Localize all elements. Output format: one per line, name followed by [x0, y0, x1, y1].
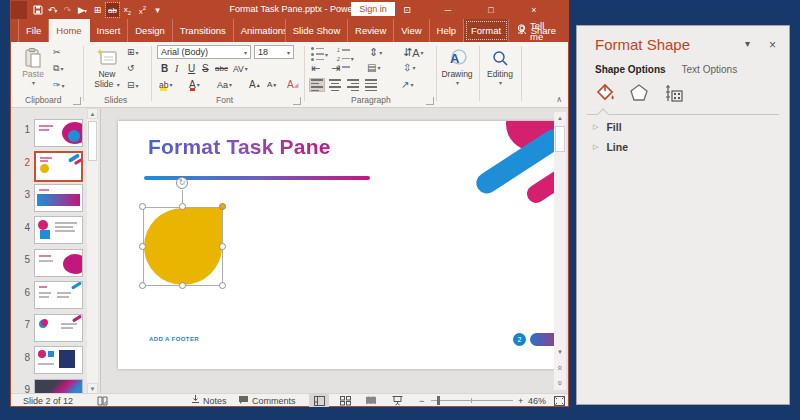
rotate-handle[interactable]: ↻	[176, 177, 188, 189]
zoom-in-icon[interactable]: +	[518, 394, 523, 407]
scrollbar-thumb[interactable]	[88, 121, 97, 161]
subscript-button[interactable]: x2	[121, 3, 134, 17]
superscript-button[interactable]: x2	[136, 3, 149, 17]
notes-button[interactable]: Notes	[191, 394, 227, 407]
tab-animations[interactable]: Animations	[234, 19, 286, 42]
slide-canvas[interactable]: Format Task Pane ↻ ADD A FOOTER 2	[118, 121, 562, 369]
tab-format[interactable]: Format	[464, 19, 509, 42]
proofing-icon[interactable]	[97, 394, 108, 407]
columns-button[interactable]: ▤▾	[367, 62, 380, 73]
tab-help[interactable]: Help	[430, 19, 464, 42]
tab-file[interactable]: File	[18, 19, 49, 42]
text-direction-button[interactable]: ⇵A▾	[403, 46, 424, 59]
tab-shape-options[interactable]: Shape Options	[595, 64, 666, 75]
font-color-button[interactable]: A▾	[189, 78, 200, 91]
handle-bottom-right[interactable]	[219, 282, 226, 289]
normal-view-icon[interactable]	[309, 394, 329, 407]
slide-sorter-view-icon[interactable]	[335, 394, 355, 407]
footer-placeholder[interactable]: ADD A FOOTER	[149, 336, 199, 342]
align-left-button[interactable]	[309, 78, 325, 92]
fill-and-line-icon[interactable]	[593, 82, 615, 104]
pane-close-icon[interactable]: ×	[769, 38, 776, 52]
reading-view-icon[interactable]	[361, 394, 381, 407]
close-button[interactable]: ×	[521, 1, 547, 19]
share-button[interactable]: Share	[517, 19, 556, 42]
clipboard-dialog-launcher[interactable]	[73, 97, 81, 105]
underline-button[interactable]: U	[188, 62, 195, 75]
character-spacing-button[interactable]: AV▾	[233, 62, 248, 75]
effects-pentagon-icon[interactable]	[628, 82, 650, 104]
expand-line-icon[interactable]: ▷	[593, 143, 598, 151]
customize-qat-dropdown[interactable]: ▾	[151, 3, 164, 17]
pane-options-dropdown-icon[interactable]: ▾	[745, 38, 750, 49]
tab-insert[interactable]: Insert	[90, 19, 129, 42]
handle-mid-left[interactable]	[139, 243, 146, 250]
line-section-header[interactable]: ▷ Line	[593, 141, 628, 153]
handle-top-center[interactable]	[179, 203, 186, 210]
convert-to-smartart-button[interactable]: ↗▾	[401, 79, 413, 90]
slide-thumbnail-7[interactable]	[34, 314, 83, 342]
scroll-up-icon[interactable]: ▲	[554, 112, 566, 124]
paragraph-dialog-launcher[interactable]	[426, 97, 434, 105]
tab-design[interactable]: Design	[128, 19, 173, 42]
editing-button[interactable]: Editing ▾	[482, 45, 518, 103]
slide-thumbnail-9[interactable]	[34, 379, 83, 394]
restore-button[interactable]: □	[478, 1, 504, 19]
change-case-button[interactable]: Aa▾	[217, 78, 232, 91]
bullets-button[interactable]: ▾	[311, 47, 328, 61]
section-icon[interactable]: ⊟▾	[127, 80, 139, 90]
zoom-out-icon[interactable]: −	[419, 394, 424, 407]
tab-review[interactable]: Review	[348, 19, 394, 42]
highlight-color-button[interactable]: ab▾	[159, 78, 172, 91]
grow-font-button[interactable]: A▲	[249, 78, 261, 91]
fill-section-header[interactable]: ▷ Fill	[593, 121, 622, 133]
fit-slide-to-window-icon[interactable]	[549, 394, 569, 407]
scrollbar-thumb[interactable]	[555, 126, 565, 152]
handle-bottom-left[interactable]	[139, 282, 146, 289]
minimize-button[interactable]: ─	[435, 1, 461, 19]
app-icon[interactable]	[11, 1, 27, 19]
tab-text-options[interactable]: Text Options	[682, 64, 738, 75]
sign-in-button[interactable]: Sign in	[351, 2, 395, 16]
reset-slide-icon[interactable]: ↺	[127, 63, 135, 73]
shrink-font-button[interactable]: A▼	[267, 78, 277, 91]
line-spacing-button[interactable]: ⇕▾	[369, 46, 382, 59]
redo-button[interactable]: ↷	[61, 3, 74, 17]
handle-bottom-center[interactable]	[179, 282, 186, 289]
font-dialog-launcher[interactable]	[293, 97, 301, 105]
slide-layout-icon[interactable]: ⊞▾	[127, 47, 139, 57]
handle-top-left[interactable]	[139, 203, 146, 210]
scroll-down-icon[interactable]: ▼	[554, 346, 566, 358]
size-properties-icon[interactable]	[663, 82, 685, 104]
font-name-combo[interactable]: Arial (Body) ▾	[157, 45, 251, 59]
strikethrough-icon[interactable]: ab	[106, 3, 119, 17]
tab-home[interactable]: Home	[49, 19, 89, 42]
collapse-ribbon-icon[interactable]: ∧	[556, 95, 562, 104]
undo-button[interactable]: ↶▾	[46, 3, 59, 17]
drawing-button[interactable]: A Drawing ▾	[439, 45, 475, 103]
ribbon-display-options-button[interactable]: ⊡	[394, 1, 420, 19]
next-slide-icon[interactable]: »	[554, 377, 566, 389]
format-painter-icon[interactable]: ✑▾	[53, 80, 65, 90]
slide-vertical-scrollbar[interactable]: ▲ ▼ « »	[554, 112, 566, 390]
bold-button[interactable]: B	[161, 62, 168, 75]
slide-thumbnail-2[interactable]	[34, 151, 83, 182]
increase-indent-button[interactable]: ⇥	[331, 62, 340, 75]
handle-mid-right[interactable]	[219, 243, 226, 250]
zoom-level[interactable]: 46%	[528, 394, 546, 407]
slide-thumbnail-1[interactable]	[34, 119, 83, 147]
cut-icon[interactable]: ✂	[53, 47, 61, 57]
save-icon[interactable]	[31, 3, 44, 17]
align-text-button[interactable]: ⇳▾	[403, 62, 415, 73]
grid-icon[interactable]: ⊞	[91, 3, 104, 17]
zoom-slider-thumb[interactable]	[437, 396, 440, 405]
slide-thumbnail-4[interactable]	[34, 216, 83, 244]
copy-icon[interactable]: ⧉▾	[53, 63, 63, 74]
slide-thumbnail-3[interactable]	[34, 184, 83, 212]
tab-transitions[interactable]: Transitions	[173, 19, 234, 42]
start-from-beginning-button[interactable]: ▶▾	[76, 3, 89, 17]
expand-fill-icon[interactable]: ▷	[593, 123, 598, 131]
comments-button[interactable]: Comments	[238, 394, 296, 407]
font-size-combo[interactable]: 18 ▾	[254, 45, 294, 59]
slide-thumbnail-5[interactable]	[34, 249, 83, 277]
